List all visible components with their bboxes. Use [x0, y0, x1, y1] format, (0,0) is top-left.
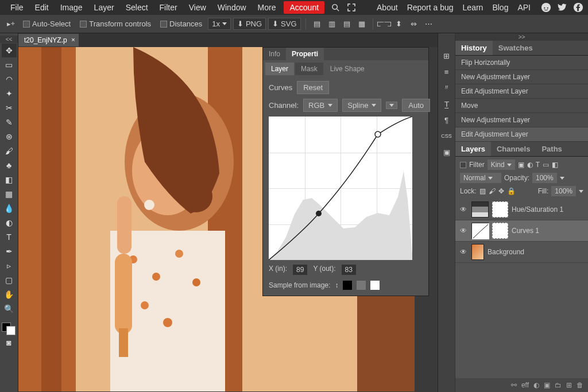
mask-icon[interactable]: ▣ [544, 381, 550, 389]
image-icon[interactable]: ▣ [442, 147, 452, 157]
menu-api[interactable]: API [513, 1, 535, 14]
layer-thumb[interactable] [471, 201, 489, 218]
history-item[interactable]: Flip Horizontally [455, 56, 588, 70]
transform-controls-checkbox[interactable]: Transform controls [76, 18, 154, 29]
align-top-icon[interactable]: ▦ [355, 18, 368, 30]
reddit-icon[interactable] [541, 2, 551, 13]
eyedropper-tool[interactable]: ✎ [2, 115, 17, 129]
layer-name[interactable]: Hue/Saturation 1 [512, 205, 563, 214]
visibility-icon[interactable]: 👁 [459, 227, 468, 235]
layer-item[interactable]: 👁 Background [455, 242, 588, 263]
filter-checkbox[interactable] [460, 162, 466, 168]
eraser-tool[interactable]: ◧ [2, 173, 17, 187]
layer-mask-thumb[interactable] [492, 201, 508, 218]
align-left-icon[interactable]: ▤ [311, 18, 323, 30]
zoom-tool[interactable]: 🔍 [2, 302, 17, 316]
opacity-slider-icon[interactable] [560, 177, 564, 180]
spline-select[interactable]: Spline [342, 99, 381, 112]
layer-item[interactable]: 👁 Curves 1 [455, 220, 588, 242]
menu-window[interactable]: Window [212, 1, 252, 14]
layers-tab[interactable]: Layers [455, 142, 491, 156]
history-item[interactable]: New Adjustment Layer [455, 70, 588, 84]
facebook-icon[interactable] [573, 2, 583, 13]
menu-blog[interactable]: Blog [488, 1, 513, 14]
paths-tab[interactable]: Paths [536, 142, 567, 156]
visibility-icon[interactable]: 👁 [459, 205, 468, 214]
gradient-tool[interactable]: ▦ [2, 187, 17, 201]
curves-graph[interactable] [269, 117, 412, 260]
info-tab[interactable]: Info [263, 48, 286, 60]
clone-stamp-tool[interactable]: ♣ [2, 158, 17, 172]
distances-checkbox[interactable]: Distances [157, 18, 206, 29]
brush-tool[interactable]: 🖌 [2, 144, 17, 158]
lock-paint-icon[interactable]: 🖌 [489, 187, 496, 195]
lasso-tool[interactable]: ◠ [2, 72, 17, 86]
folder-icon[interactable]: 🗀 [555, 381, 562, 389]
blend-mode-select[interactable]: Normal [460, 173, 501, 183]
menu-account[interactable]: Account [284, 1, 324, 14]
menu-image[interactable]: Image [55, 1, 88, 14]
layer-thumb[interactable] [471, 223, 489, 239]
collapse-icon[interactable]: << [0, 36, 18, 43]
layer-subtab[interactable]: Layer [265, 63, 294, 75]
path-select-tool[interactable]: ▹ [2, 259, 17, 273]
link-icon[interactable]: ⚯ [511, 381, 517, 389]
export-svg-button[interactable]: ⬇ SVG [268, 18, 300, 30]
trash-icon[interactable]: 🗑 [577, 381, 583, 389]
lock-position-icon[interactable]: ✥ [498, 187, 504, 195]
gray-point-swatch[interactable] [357, 281, 366, 290]
channel-select[interactable]: RGB [303, 99, 338, 112]
white-point-swatch[interactable] [370, 281, 380, 290]
filter-adjust-icon[interactable]: ◐ [527, 161, 533, 169]
css-icon[interactable]: CSS [442, 131, 452, 141]
magic-wand-tool[interactable]: ✦ [2, 87, 17, 100]
zoom-select[interactable]: 1x [208, 18, 231, 30]
menu-learn[interactable]: Learn [458, 1, 488, 14]
layer-thumb[interactable] [471, 244, 484, 260]
channels-tab[interactable]: Channels [491, 142, 536, 156]
close-icon[interactable]: × [71, 36, 75, 43]
align-right-icon[interactable]: ▤ [341, 18, 353, 30]
lock-transparent-icon[interactable]: ▨ [479, 187, 486, 195]
layer-name[interactable]: Curves 1 [512, 227, 539, 235]
reset-button[interactable]: Reset [297, 81, 329, 94]
document-tab[interactable]: t20_EnjNYZ.p × [18, 34, 79, 46]
filter-shape-icon[interactable]: ▭ [543, 161, 549, 169]
search-icon[interactable] [330, 2, 341, 13]
visibility-icon[interactable]: 👁 [459, 248, 468, 256]
menu-layer[interactable]: Layer [88, 1, 120, 14]
menu-report-bug[interactable]: Report a bug [403, 1, 458, 14]
effects-button[interactable]: eff [521, 381, 529, 389]
menu-more[interactable]: More [252, 1, 282, 14]
fill-slider-icon[interactable] [579, 190, 583, 193]
kind-select[interactable]: Kind [488, 160, 515, 170]
menu-edit[interactable]: Edit [29, 1, 55, 14]
distribute-spacing-icon[interactable]: ⇔ [408, 18, 420, 30]
dodge-tool[interactable]: ◐ [2, 216, 17, 230]
black-point-swatch[interactable] [343, 281, 352, 290]
brush-panel-icon[interactable]: 〃 [442, 83, 452, 93]
layer-mask-thumb[interactable] [492, 223, 508, 239]
fullscreen-icon[interactable] [346, 2, 357, 13]
auto-button[interactable]: Auto [402, 99, 430, 112]
adjustment-icon[interactable]: ◐ [533, 381, 539, 389]
auto-select-checkbox[interactable]: Auto-Select [20, 18, 74, 29]
liveshape-subtab[interactable]: Live Shape [324, 63, 370, 75]
filter-type-icon[interactable]: T [536, 161, 540, 169]
history-item[interactable]: Edit Adjustment Layer [455, 127, 588, 142]
opacity-input[interactable]: 100% [532, 173, 557, 183]
menu-filter[interactable]: Filter [154, 1, 183, 14]
text-tool[interactable]: T [2, 230, 17, 244]
distribute-h-icon[interactable]: ⫍⫎ [378, 18, 390, 30]
swatches-tab[interactable]: Swatches [493, 41, 539, 55]
export-png-button[interactable]: ⬇ PNG [233, 18, 266, 30]
collapse-right-icon[interactable]: >> [455, 33, 588, 41]
rect-select-tool[interactable]: ▭ [2, 58, 17, 72]
move-tool[interactable]: ✥ [2, 44, 17, 57]
lock-all-icon[interactable]: 🔒 [507, 187, 516, 195]
history-item[interactable]: Move [455, 99, 588, 113]
sampler-icon[interactable]: ↕ [335, 281, 338, 289]
blur-tool[interactable]: 💧 [2, 201, 17, 215]
align-center-h-icon[interactable]: ▥ [326, 18, 338, 30]
mask-subtab[interactable]: Mask [295, 63, 323, 75]
